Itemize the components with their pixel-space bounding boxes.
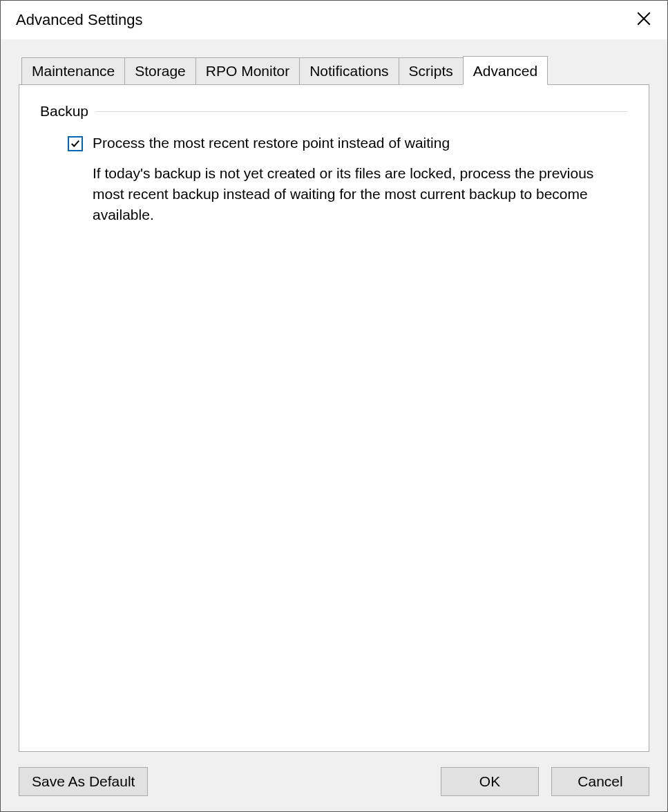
- group-body: Process the most recent restore point in…: [40, 120, 628, 226]
- advanced-settings-dialog: Advanced Settings Maintenance Storage RP…: [0, 0, 668, 812]
- tab-rpo-monitor[interactable]: RPO Monitor: [195, 57, 300, 85]
- window-title: Advanced Settings: [16, 11, 142, 29]
- tab-storage[interactable]: Storage: [124, 57, 196, 85]
- tab-notifications[interactable]: Notifications: [299, 57, 399, 85]
- close-icon: [637, 12, 651, 29]
- tab-maintenance[interactable]: Maintenance: [21, 57, 125, 85]
- group-rule: [95, 111, 628, 112]
- process-recent-restore-label: Process the most recent restore point in…: [93, 133, 450, 153]
- ok-button[interactable]: OK: [441, 767, 539, 796]
- tab-advanced[interactable]: Advanced: [463, 56, 548, 85]
- process-recent-restore-row: Process the most recent restore point in…: [68, 133, 628, 153]
- client-area: Maintenance Storage RPO Monitor Notifica…: [1, 39, 667, 811]
- checkmark-icon: [70, 135, 80, 152]
- dialog-button-row: Save As Default OK Cancel: [19, 767, 649, 796]
- titlebar: Advanced Settings: [1, 1, 667, 39]
- tab-scripts[interactable]: Scripts: [399, 57, 464, 85]
- save-as-default-button[interactable]: Save As Default: [19, 767, 148, 796]
- backup-group-title: Backup: [40, 103, 95, 120]
- tab-strip: Maintenance Storage RPO Monitor Notifica…: [21, 56, 649, 85]
- group-header: Backup: [40, 103, 628, 120]
- process-recent-restore-checkbox[interactable]: [68, 136, 83, 151]
- process-recent-restore-description: If today's backup is not yet created or …: [93, 163, 604, 226]
- cancel-button[interactable]: Cancel: [551, 767, 649, 796]
- close-button[interactable]: [630, 6, 658, 34]
- backup-group: Backup Process the most recent restore p…: [40, 103, 628, 226]
- tab-panel-advanced: Backup Process the most recent restore p…: [19, 84, 649, 752]
